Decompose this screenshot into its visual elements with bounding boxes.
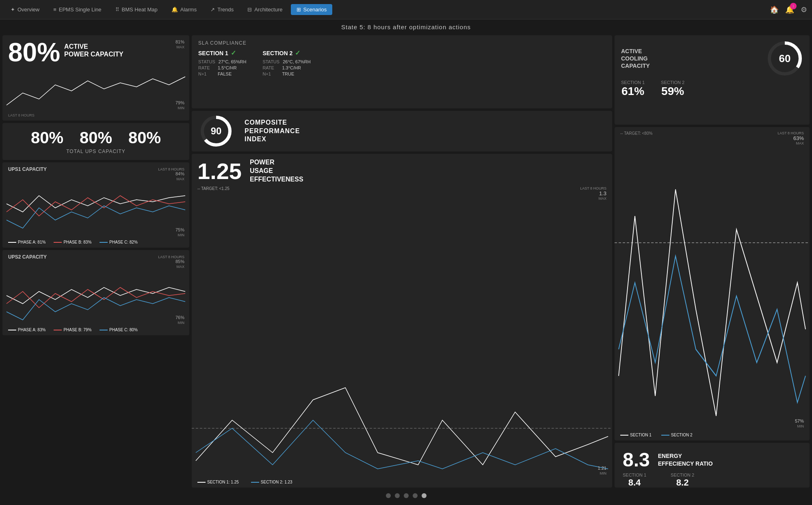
overview-icon: ✦: [11, 6, 15, 13]
acc-chart: [615, 163, 810, 429]
composite-panel: 90 COMPOSITE PERFORMANCE INDEX: [192, 111, 612, 151]
ups1-max: LAST 8 HOURS 84% MAX: [158, 166, 184, 181]
dot-2[interactable]: [395, 493, 400, 498]
acc-min: 57% MIN: [795, 419, 804, 428]
eer-sections: SECTION 1 8.4 SECTION 2 8.2: [623, 473, 801, 488]
eer-section1: SECTION 1 8.4: [623, 473, 646, 488]
sla-s1-check: ✓: [231, 49, 236, 57]
pue-value: 1.25: [197, 158, 242, 184]
total-ups-val-1: 80%: [31, 129, 63, 147]
active-cooling-chart-panel: -- TARGET: <80% LAST 8 HOURS 63% MAX 57%…: [615, 127, 810, 440]
nav-architecture[interactable]: ⊟ Architecture: [242, 4, 288, 15]
settings-icon[interactable]: ⚙: [801, 5, 807, 14]
scenarios-icon: ⊞: [297, 6, 301, 13]
total-ups-panel: 80% 80% 80% TOTAL UPS CAPACITY: [2, 123, 189, 160]
active-cooling-panel: ACTIVE COOLING CAPACITY 60 SECTION 1 61%: [615, 35, 810, 125]
total-ups-val-3: 80%: [128, 129, 161, 147]
ups2-max: LAST 8 HOURS 85% MAX: [158, 254, 184, 269]
total-ups-label: TOTAL UPS CAPACITY: [66, 149, 126, 154]
trends-icon: ↗: [210, 6, 215, 13]
dot-5[interactable]: [422, 493, 427, 498]
pue-legend-s1: SECTION 1: 1.25: [197, 480, 239, 484]
dot-1[interactable]: [386, 493, 391, 498]
pue-header: 1.25 POWER USAGE EFFECTIVENESS: [197, 158, 606, 184]
ups1-phase-c: PHASE C: 82%: [100, 240, 137, 244]
sla-panel: SLA COMPLIANCE SECTION 1 ✓ STATUS 27°C, …: [192, 35, 612, 108]
nav-bms[interactable]: ⠿ BMS Heat Map: [110, 4, 163, 15]
active-power-capacity-panel: 80% ACTIVE POWER CAPACITY 81% MAX 79% MI…: [2, 35, 189, 121]
mid-column: SLA COMPLIANCE SECTION 1 ✓ STATUS 27°C, …: [192, 35, 612, 488]
page-dots: [0, 490, 812, 501]
nav-items: ✦ Overview ≡ EPMS Single Line ⠿ BMS Heat…: [5, 4, 332, 15]
composite-donut: 90: [200, 115, 232, 147]
sla-s2-check: ✓: [295, 49, 300, 57]
architecture-icon: ⊟: [247, 6, 252, 13]
total-ups-val-2: 80%: [80, 129, 112, 147]
dot-3[interactable]: [404, 493, 409, 498]
acc-title: ACTIVE COOLING CAPACITY: [621, 47, 650, 70]
notification-icon[interactable]: 🔔 1: [785, 5, 794, 14]
acc-section1: SECTION 1 61%: [621, 80, 645, 98]
right-column: ACTIVE COOLING CAPACITY 60 SECTION 1 61%: [615, 35, 810, 488]
ups2-phase-a: PHASE A: 83%: [8, 328, 45, 332]
pue-target: -- TARGET: <1.25: [197, 186, 230, 191]
eer-label: ENERGY EFFECIENCY RATIO: [658, 452, 713, 467]
acc-legend-s2: SECTION 2: [661, 433, 693, 437]
composite-title: COMPOSITE PERFORMANCE INDEX: [245, 119, 300, 144]
acc-circle-value: 60: [779, 52, 791, 65]
ups1-phase-a: PHASE A: 81%: [8, 240, 45, 244]
ups1-panel: UPS1 CAPACITY LAST 8 HOURS 84% MAX 75% M…: [2, 162, 189, 248]
ups2-legend: PHASE A: 83% PHASE B: 79% PHASE C: 80%: [8, 328, 138, 332]
acc-target: -- TARGET: <80%: [620, 131, 652, 136]
sla-section1: SECTION 1 ✓ STATUS 27°C, 65%RH RATE 1.5°…: [198, 49, 246, 78]
acc-section2: SECTION 2 59%: [661, 80, 684, 98]
nav-overview[interactable]: ✦ Overview: [5, 4, 45, 15]
sla-sections: SECTION 1 ✓ STATUS 27°C, 65%RH RATE 1.5°…: [198, 49, 606, 78]
pue-min: 1.21 MIN: [598, 466, 606, 475]
pue-panel: 1.25 POWER USAGE EFFECTIVENESS -- TARGET…: [192, 154, 612, 488]
total-ups-values: 80% 80% 80%: [31, 129, 161, 147]
ups2-chart: [2, 267, 189, 324]
main-grid: 80% ACTIVE POWER CAPACITY 81% MAX 79% MI…: [0, 33, 812, 490]
nav-epms[interactable]: ≡ EPMS Single Line: [48, 4, 107, 15]
ups2-phase-b: PHASE B: 79%: [54, 328, 91, 332]
ups2-panel: UPS2 CAPACITY LAST 8 HOURS 85% MAX 76% M…: [2, 250, 189, 335]
ups2-phase-c: PHASE C: 80%: [100, 328, 137, 332]
alarm-icon: 🔔: [171, 6, 178, 13]
page-header: State 5: 8 hours after optimization acti…: [0, 19, 812, 33]
eer-panel: 8.3 ENERGY EFFECIENCY RATIO SECTION 1 8.…: [615, 443, 810, 488]
epms-icon: ≡: [53, 6, 56, 13]
left-column: 80% ACTIVE POWER CAPACITY 81% MAX 79% MI…: [2, 35, 189, 488]
acc-circle: 60: [767, 40, 803, 77]
acc-legend-s1: SECTION 1: [620, 433, 652, 437]
ups1-legend: PHASE A: 81% PHASE B: 83% PHASE C: 82%: [8, 240, 138, 244]
bms-icon: ⠿: [115, 6, 119, 13]
nav-actions: 🏠 🔔 1 ⚙: [770, 5, 807, 14]
pue-legend-s2: SECTION 2: 1.23: [251, 480, 292, 484]
home-icon[interactable]: 🏠: [770, 5, 779, 14]
eer-value: 8.3: [623, 449, 650, 471]
acc-legend: SECTION 1 SECTION 2: [620, 433, 693, 437]
nav-alarms[interactable]: 🔔 Alarms: [166, 4, 202, 15]
ups1-phase-b: PHASE B: 83%: [54, 240, 91, 244]
apc-chart: [2, 69, 189, 113]
eer-section2: SECTION 2 8.2: [671, 473, 694, 488]
composite-value: 90: [211, 125, 222, 137]
page-title: State 5: 8 hours after optimization acti…: [341, 24, 471, 30]
acc-last-hours: LAST 8 HOURS 63% MAX: [777, 131, 804, 145]
nav-scenarios[interactable]: ⊞ Scenarios: [291, 4, 333, 15]
acc-sections: SECTION 1 61% SECTION 2 59%: [621, 80, 803, 98]
nav-trends[interactable]: ↗ Trends: [205, 4, 239, 15]
apc-max-label: 81% MAX: [175, 39, 184, 49]
pue-chart: [192, 339, 612, 477]
notification-badge: 1: [790, 3, 797, 9]
pue-label: POWER USAGE EFFECTIVENESS: [250, 158, 303, 183]
sla-section2: SECTION 2 ✓ STATUS 26°C, 67%RH RATE 1.3°…: [262, 49, 310, 78]
apc-percent: 80%: [8, 39, 60, 65]
dot-4[interactable]: [413, 493, 418, 498]
pue-legend: SECTION 1: 1.25 SECTION 2: 1.23: [197, 480, 292, 484]
ups1-chart: [2, 179, 189, 236]
ups1-title: UPS1 CAPACITY: [8, 166, 184, 172]
navigation: ✦ Overview ≡ EPMS Single Line ⠿ BMS Heat…: [0, 0, 812, 19]
apc-last-hours: LAST 8 HOURS: [8, 113, 35, 117]
